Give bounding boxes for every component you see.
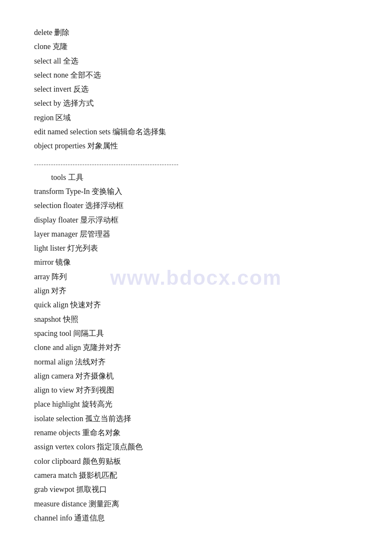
menu-item-select-none[interactable]: select none 全部不选 (34, 68, 358, 82)
menu-item-selection-floater[interactable]: selection floater 选择浮动框 (34, 199, 358, 213)
menu-item-grab-viewport[interactable]: grab viewpot 抓取视口 (34, 483, 358, 497)
menu-item-channel-info[interactable]: channel info 通道信息 (34, 511, 358, 525)
menu-item-normal-align[interactable]: normal align 法线对齐 (34, 355, 358, 369)
menu-item-delete[interactable]: delete 删除 (34, 26, 358, 40)
menu-item-mirror[interactable]: mirror 镜像 (34, 255, 358, 269)
menu-item-isolate-selection[interactable]: isolate selection 孤立当前选择 (34, 412, 358, 426)
menu-item-layer-manager[interactable]: layer manager 层管理器 (34, 227, 358, 241)
menu-item-measure-distance[interactable]: measure distance 测量距离 (34, 497, 358, 511)
menu-item-select-by[interactable]: select by 选择方式 (34, 96, 358, 110)
menu-item-transform-typein[interactable]: transform Type-In 变换输入 (34, 185, 358, 199)
menu-item-spacing-tool[interactable]: spacing tool 间隔工具 (34, 327, 358, 341)
menu-item-camera-match[interactable]: camera match 摄影机匹配 (34, 468, 358, 483)
tool-menu-items: transform Type-In 变换输入 selection floater… (34, 185, 358, 525)
menu-item-place-highlight[interactable]: place highlight 旋转高光 (34, 397, 358, 411)
menu-container: delete 删除 clone 克隆 select all 全选 select … (34, 26, 358, 525)
menu-item-align-camera[interactable]: align camera 对齐摄像机 (34, 369, 358, 383)
menu-item-color-clipboard[interactable]: color clipboard 颜色剪贴板 (34, 454, 358, 468)
divider-line: ----------------------------------------… (34, 161, 179, 168)
menu-item-edit-named[interactable]: edit named selection sets 编辑命名选择集 (34, 125, 358, 139)
menu-item-clone[interactable]: clone 克隆 (34, 40, 358, 54)
menu-item-rename-objects[interactable]: rename objects 重命名对象 (34, 426, 358, 440)
top-menu-items: delete 删除 clone 克隆 select all 全选 select … (34, 26, 358, 153)
menu-item-display-floater[interactable]: display floater 显示浮动框 (34, 213, 358, 227)
menu-item-array[interactable]: array 阵列 (34, 270, 358, 284)
menu-divider: ----------------------------------------… (34, 161, 358, 168)
menu-item-snapshot[interactable]: snapshot 快照 (34, 312, 358, 327)
menu-item-align[interactable]: align 对齐 (34, 284, 358, 298)
menu-item-region[interactable]: region 区域 (34, 111, 358, 125)
menu-item-select-all[interactable]: select all 全选 (34, 54, 358, 68)
menu-item-align-to-view[interactable]: align to view 对齐到视图 (34, 383, 358, 397)
menu-item-select-invert[interactable]: select invert 反选 (34, 82, 358, 96)
menu-item-object-properties[interactable]: object properties 对象属性 (34, 139, 358, 153)
menu-item-clone-and-align[interactable]: clone and align 克隆并对齐 (34, 341, 358, 355)
menu-item-light-lister[interactable]: light lister 灯光列表 (34, 241, 358, 255)
tools-header: tools 工具 (51, 171, 358, 185)
menu-item-quick-align[interactable]: quick align 快速对齐 (34, 298, 358, 312)
menu-item-assign-vertex-colors[interactable]: assign vertex colors 指定顶点颜色 (34, 440, 358, 454)
